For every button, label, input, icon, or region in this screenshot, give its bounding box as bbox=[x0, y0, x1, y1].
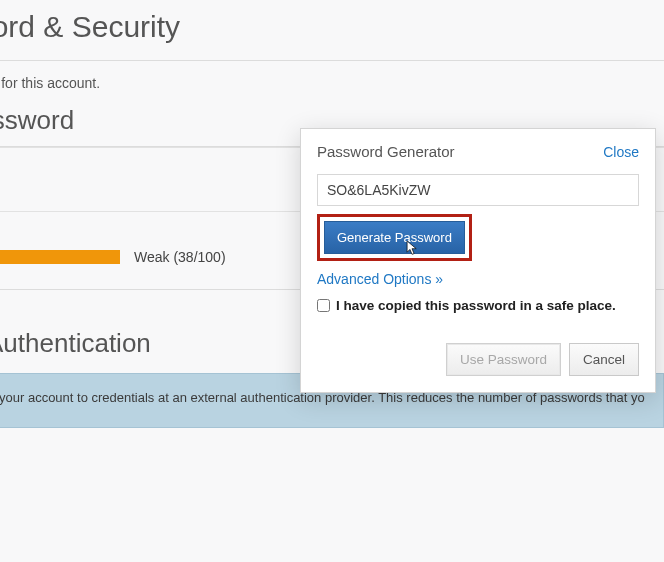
highlight-box: Generate Password bbox=[317, 214, 472, 261]
page-title: ssword & Security bbox=[0, 0, 664, 60]
cancel-button[interactable]: Cancel bbox=[569, 343, 639, 376]
modal-title: Password Generator bbox=[317, 143, 455, 160]
intro-text: sword for this account. bbox=[0, 61, 664, 101]
generated-password-input[interactable] bbox=[317, 174, 639, 206]
use-password-button[interactable]: Use Password bbox=[446, 343, 561, 376]
strength-text: Weak (38/100) bbox=[134, 249, 226, 265]
copied-label[interactable]: I have copied this password in a safe pl… bbox=[336, 298, 616, 313]
generate-password-button[interactable]: Generate Password bbox=[324, 221, 465, 254]
strength-meter bbox=[0, 250, 120, 264]
advanced-options-link[interactable]: Advanced Options » bbox=[317, 271, 443, 287]
close-link[interactable]: Close bbox=[603, 144, 639, 160]
password-generator-modal: Password Generator Close Generate Passwo… bbox=[300, 128, 656, 393]
copied-checkbox[interactable] bbox=[317, 299, 330, 312]
